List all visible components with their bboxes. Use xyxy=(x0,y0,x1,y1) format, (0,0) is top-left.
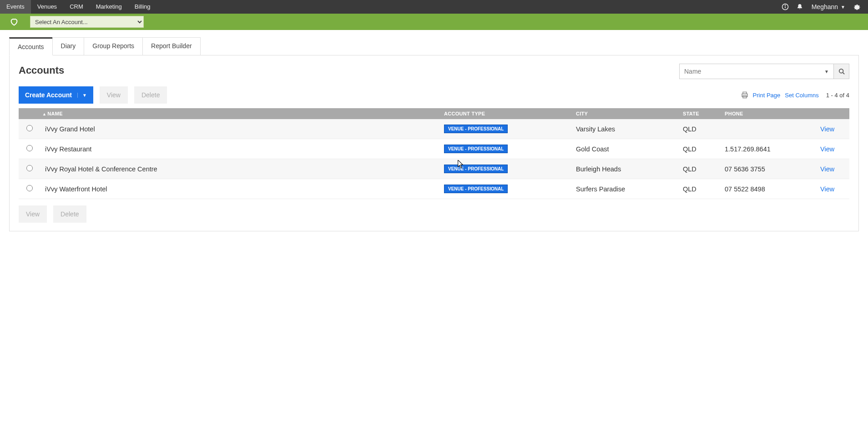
user-menu[interactable]: Meghann ▼ xyxy=(807,0,850,14)
row-phone xyxy=(720,119,816,139)
row-view-link[interactable]: View xyxy=(820,145,834,153)
top-nav-right: Meghann ▼ xyxy=(778,0,868,14)
top-nav-billing[interactable]: Billing xyxy=(128,0,157,14)
row-state: QLD xyxy=(678,179,720,199)
search-wrap: Name ▼ xyxy=(679,64,849,79)
table-header-row: ▲NAME ACCOUNT TYPE CITY STATE PHONE xyxy=(19,108,849,119)
col-name-label: NAME xyxy=(47,111,63,116)
sort-asc-icon: ▲ xyxy=(42,112,46,116)
row-state: QLD xyxy=(678,119,720,139)
delete-button-top[interactable]: Delete xyxy=(134,86,167,104)
create-account-label: Create Account xyxy=(25,91,72,99)
row-type: VENUE - PROFESSIONAL xyxy=(439,139,571,159)
user-name: Meghann xyxy=(812,3,838,10)
print-icon xyxy=(741,91,748,99)
delete-button-bottom[interactable]: Delete xyxy=(53,205,86,223)
accounts-table: ▲NAME ACCOUNT TYPE CITY STATE PHONE iVvy… xyxy=(19,108,849,199)
caret-down-icon: ▼ xyxy=(841,5,845,10)
row-radio[interactable] xyxy=(26,145,33,151)
col-action xyxy=(816,108,849,119)
tab-diary[interactable]: Diary xyxy=(52,37,85,55)
row-select-cell xyxy=(19,139,40,159)
content: Accounts Name ▼ Create Account ▼ View De… xyxy=(9,55,859,231)
col-state[interactable]: STATE xyxy=(678,108,720,119)
svg-point-2 xyxy=(785,5,785,5)
row-select-cell xyxy=(19,179,40,199)
row-name: iVvy Royal Hotel & Conference Centre xyxy=(40,159,439,179)
tabs: Accounts Diary Group Reports Report Buil… xyxy=(9,37,859,55)
top-nav-venues[interactable]: Venues xyxy=(31,0,63,14)
row-action: View xyxy=(816,139,849,159)
row-view-link[interactable]: View xyxy=(820,185,834,193)
view-button-top[interactable]: View xyxy=(100,86,128,104)
row-phone: 1.517.269.8641 xyxy=(720,139,816,159)
top-nav-left: Events Venues CRM Marketing Billing xyxy=(0,0,157,14)
row-type: VENUE - PROFESSIONAL xyxy=(439,119,571,139)
account-type-badge: VENUE - PROFESSIONAL xyxy=(444,145,508,153)
table-row[interactable]: iVvy Grand HotelVENUE - PROFESSIONALVars… xyxy=(19,119,849,139)
row-phone: 07 5522 8498 xyxy=(720,179,816,199)
row-city: Varsity Lakes xyxy=(571,119,678,139)
caret-down-icon: ▼ xyxy=(824,69,829,74)
print-page-link[interactable]: Print Page xyxy=(753,92,781,99)
gear-icon[interactable] xyxy=(850,0,864,14)
action-bar: Create Account ▼ View Delete Print Page … xyxy=(19,86,849,104)
pagination-info: 1 - 4 of 4 xyxy=(826,92,849,99)
col-city[interactable]: CITY xyxy=(571,108,678,119)
account-select[interactable]: Select An Account... xyxy=(30,16,144,28)
lower-actions: View Delete xyxy=(19,205,849,223)
tabs-region: Accounts Diary Group Reports Report Buil… xyxy=(0,30,868,55)
top-nav: Events Venues CRM Marketing Billing Megh… xyxy=(0,0,868,14)
row-action: View xyxy=(816,179,849,199)
row-action: View xyxy=(816,119,849,139)
row-city: Burleigh Heads xyxy=(571,159,678,179)
row-state: QLD xyxy=(678,159,720,179)
search-button[interactable] xyxy=(834,64,849,79)
row-view-link[interactable]: View xyxy=(820,125,834,133)
row-select-cell xyxy=(19,119,40,139)
caret-down-icon: ▼ xyxy=(77,93,87,98)
row-type: VENUE - PROFESSIONAL xyxy=(439,159,571,179)
top-nav-marketing[interactable]: Marketing xyxy=(90,0,128,14)
row-name: iVvy Grand Hotel xyxy=(40,119,439,139)
account-type-badge: VENUE - PROFESSIONAL xyxy=(444,185,508,193)
row-phone: 07 5636 3755 xyxy=(720,159,816,179)
col-name[interactable]: ▲NAME xyxy=(40,108,439,119)
row-radio[interactable] xyxy=(26,165,33,171)
bell-icon[interactable] xyxy=(792,0,807,14)
row-radio[interactable] xyxy=(26,185,33,191)
table-row[interactable]: iVvy Waterfront HotelVENUE - PROFESSIONA… xyxy=(19,179,849,199)
right-tools: Print Page Set Columns 1 - 4 of 4 xyxy=(741,91,849,99)
row-radio[interactable] xyxy=(26,125,33,131)
row-state: QLD xyxy=(678,139,720,159)
tab-report-builder[interactable]: Report Builder xyxy=(142,37,201,55)
row-name: iVvy Restaurant xyxy=(40,139,439,159)
row-city: Gold Coast xyxy=(571,139,678,159)
row-city: Surfers Paradise xyxy=(571,179,678,199)
row-action: View xyxy=(816,159,849,179)
title-row: Accounts Name ▼ xyxy=(19,64,849,82)
top-nav-events[interactable]: Events xyxy=(0,0,31,14)
col-type[interactable]: ACCOUNT TYPE xyxy=(439,108,571,119)
top-nav-crm[interactable]: CRM xyxy=(63,0,90,14)
svg-point-3 xyxy=(839,69,843,73)
row-view-link[interactable]: View xyxy=(820,165,834,173)
table-row[interactable]: iVvy Royal Hotel & Conference CentreVENU… xyxy=(19,159,849,179)
set-columns-link[interactable]: Set Columns xyxy=(785,92,818,99)
tab-group-reports[interactable]: Group Reports xyxy=(84,37,143,55)
search-placeholder: Name xyxy=(684,68,701,75)
logo-icon[interactable] xyxy=(7,15,21,29)
search-field-select[interactable]: Name ▼ xyxy=(679,64,834,79)
col-select xyxy=(19,108,40,119)
info-icon[interactable] xyxy=(778,0,792,14)
create-account-button[interactable]: Create Account ▼ xyxy=(19,86,93,104)
view-button-bottom[interactable]: View xyxy=(19,205,47,223)
col-phone[interactable]: PHONE xyxy=(720,108,816,119)
account-type-badge: VENUE - PROFESSIONAL xyxy=(444,125,508,133)
table-row[interactable]: iVvy RestaurantVENUE - PROFESSIONALGold … xyxy=(19,139,849,159)
row-name: iVvy Waterfront Hotel xyxy=(40,179,439,199)
tab-accounts[interactable]: Accounts xyxy=(9,37,53,55)
svg-line-4 xyxy=(843,73,844,75)
row-select-cell xyxy=(19,159,40,179)
page-title: Accounts xyxy=(19,65,64,76)
